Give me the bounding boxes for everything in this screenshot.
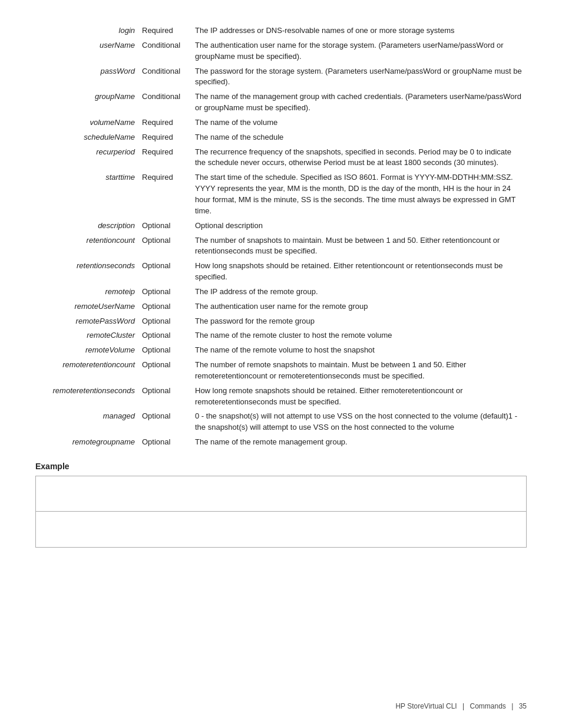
param-desc: The password for the remote group: [191, 314, 527, 329]
param-name: retentioncount: [35, 233, 138, 259]
param-row: remoteretentionsecondsOptionalHow long r…: [35, 384, 527, 410]
param-name: remoteCluster: [35, 328, 138, 343]
param-type: Optional: [138, 285, 191, 299]
param-desc: The IP addresses or DNS-resolvable names…: [191, 24, 527, 38]
param-type: Conditional: [138, 64, 191, 90]
param-desc: The name of the schedule: [191, 130, 527, 145]
param-row: recurperiodRequiredThe recurrence freque…: [35, 145, 527, 171]
param-type: Optional: [138, 384, 191, 410]
param-name: remotePassWord: [35, 314, 138, 329]
param-row: remoteClusterOptionalThe name of the rem…: [35, 328, 527, 343]
param-desc: The authentication user name for the sto…: [191, 38, 527, 64]
param-row: descriptionOptionalOptional description: [35, 219, 527, 233]
param-desc: The name of the management group with ca…: [191, 90, 527, 116]
param-name: remoteUserName: [35, 299, 138, 314]
param-name: userName: [35, 38, 138, 64]
example-heading: Example: [35, 462, 527, 471]
param-name: groupName: [35, 90, 138, 116]
param-row: userNameConditionalThe authentication us…: [35, 38, 527, 64]
param-row: starttimeRequiredThe start time of the s…: [35, 170, 527, 218]
param-name: remoteretentioncount: [35, 358, 138, 384]
footer-page: 35: [519, 702, 527, 710]
param-desc: The name of the remote volume to host th…: [191, 343, 527, 358]
param-row: managedOptional0 - the snapshot(s) will …: [35, 409, 527, 435]
param-row: volumeNameRequiredThe name of the volume: [35, 116, 527, 130]
param-desc: The IP address of the remote group.: [191, 285, 527, 299]
param-desc: How long snapshots should be retained. E…: [191, 259, 527, 285]
example-box: [35, 476, 527, 548]
param-row: retentioncountOptionalThe number of snap…: [35, 233, 527, 259]
param-type: Conditional: [138, 90, 191, 116]
param-type: Optional: [138, 343, 191, 358]
param-row: remoteUserNameOptionalThe authentication…: [35, 299, 527, 314]
example-row-1: [36, 476, 526, 512]
param-desc: Optional description: [191, 219, 527, 233]
param-type: Required: [138, 170, 191, 218]
param-type: Required: [138, 116, 191, 130]
param-name: remotegroupname: [35, 435, 138, 450]
param-name: scheduleName: [35, 130, 138, 145]
param-desc: The number of snapshots to maintain. Mus…: [191, 233, 527, 259]
params-table: loginRequiredThe IP addresses or DNS-res…: [35, 24, 527, 450]
param-name: remoteVolume: [35, 343, 138, 358]
param-type: Optional: [138, 299, 191, 314]
footer: HP StoreVirtual CLI | Commands | 35: [395, 702, 527, 710]
param-type: Optional: [138, 219, 191, 233]
param-name: description: [35, 219, 138, 233]
param-name: retentionseconds: [35, 259, 138, 285]
param-name: recurperiod: [35, 145, 138, 171]
param-row: loginRequiredThe IP addresses or DNS-res…: [35, 24, 527, 38]
param-row: remoteVolumeOptionalThe name of the remo…: [35, 343, 527, 358]
param-type: Optional: [138, 328, 191, 343]
param-row: remoteipOptionalThe IP address of the re…: [35, 285, 527, 299]
param-name: volumeName: [35, 116, 138, 130]
param-row: passWordConditionalThe password for the …: [35, 64, 527, 90]
page-content: loginRequiredThe IP addresses or DNS-res…: [0, 0, 562, 595]
param-row: retentionsecondsOptionalHow long snapsho…: [35, 259, 527, 285]
param-name: remoteip: [35, 285, 138, 299]
param-name: starttime: [35, 170, 138, 218]
param-type: Optional: [138, 358, 191, 384]
param-type: Optional: [138, 435, 191, 450]
param-type: Optional: [138, 314, 191, 329]
footer-sep2: |: [511, 702, 513, 710]
param-row: remoteretentioncountOptionalThe number o…: [35, 358, 527, 384]
param-name: remoteretentionseconds: [35, 384, 138, 410]
param-desc: The authentication user name for the rem…: [191, 299, 527, 314]
param-name: managed: [35, 409, 138, 435]
param-type: Required: [138, 145, 191, 171]
param-type: Required: [138, 24, 191, 38]
param-desc: How long remote snapshots should be reta…: [191, 384, 527, 410]
param-type: Required: [138, 130, 191, 145]
param-row: remotePassWordOptionalThe password for t…: [35, 314, 527, 329]
param-desc: The name of the remote cluster to host t…: [191, 328, 527, 343]
footer-sep1: |: [462, 702, 464, 710]
param-row: groupNameConditionalThe name of the mana…: [35, 90, 527, 116]
param-desc: The password for the storage system. (Pa…: [191, 64, 527, 90]
footer-section: Commands: [470, 702, 505, 710]
param-desc: 0 - the snapshot(s) will not attempt to …: [191, 409, 527, 435]
param-desc: The start time of the schedule. Specifie…: [191, 170, 527, 218]
param-name: passWord: [35, 64, 138, 90]
param-type: Optional: [138, 233, 191, 259]
param-desc: The number of remote snapshots to mainta…: [191, 358, 527, 384]
param-name: login: [35, 24, 138, 38]
param-type: Optional: [138, 409, 191, 435]
param-desc: The recurrence frequency of the snapshot…: [191, 145, 527, 171]
param-row: scheduleNameRequiredThe name of the sche…: [35, 130, 527, 145]
param-type: Optional: [138, 259, 191, 285]
param-desc: The name of the volume: [191, 116, 527, 130]
param-row: remotegroupnameOptionalThe name of the r…: [35, 435, 527, 450]
param-desc: The name of the remote management group.: [191, 435, 527, 450]
example-row-2: [36, 512, 526, 547]
footer-brand: HP StoreVirtual CLI: [395, 702, 457, 710]
param-type: Conditional: [138, 38, 191, 64]
